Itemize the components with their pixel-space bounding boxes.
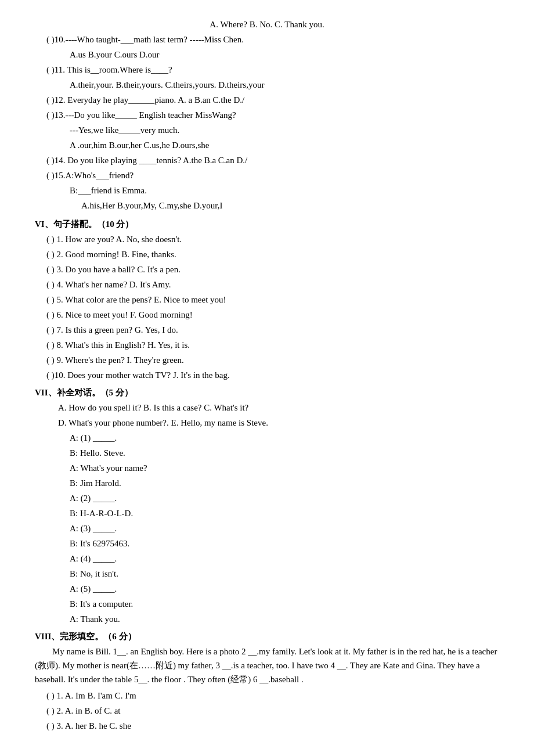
answer-where-text: A. Where? B. No. C. Thank you. xyxy=(210,20,324,29)
q15-text: ( )15.A:Who's___friend? xyxy=(46,171,134,180)
q13-ans-line: A .our,him B.our,her C.us,he D.ours,she xyxy=(35,138,499,152)
sec6-item-6: ( ) 6. Nice to meet you! F. Good morning… xyxy=(35,308,499,322)
q11-text: ( )11. This is__room.Where is____? xyxy=(46,65,172,74)
sec7-dialogue-line-10: B: No, it isn't. xyxy=(35,567,499,581)
sec8-q1-text: ( ) 1. A. Im B. I'am C. I'm xyxy=(46,691,136,700)
q13-line: ( )13.---Do you like_____ English teache… xyxy=(35,108,499,122)
q13-b-text: ---Yes,we like_____very much. xyxy=(70,125,179,135)
sec7-dialogue-line-11: A: (5) _____. xyxy=(35,582,499,596)
q15-line: ( )15.A:Who's___friend? xyxy=(35,168,499,182)
sec7-dialogue-line-5: A: (2) _____. xyxy=(35,491,499,505)
sec7-dialogue-line-6: B: H-A-R-O-L-D. xyxy=(35,506,499,520)
q15-ans-line: A.his,Her B.your,My, C.my,she D.your,I xyxy=(35,199,499,213)
q13-b-line: ---Yes,we like_____very much. xyxy=(35,123,499,137)
sec6-items: ( ) 1. How are you? A. No, she doesn't.(… xyxy=(35,232,499,382)
sec8-q1-line: ( ) 1. A. Im B. I'am C. I'm xyxy=(35,689,499,703)
sec7-dialogue-line-8: B: It's 62975463. xyxy=(35,537,499,550)
sec7-options-line1: A. How do you spell it? B. Is this a cas… xyxy=(35,401,499,415)
q13-text: ( )13.---Do you like_____ English teache… xyxy=(46,110,236,120)
sec7-options-line2: D. What's your phone number?. E. Hello, … xyxy=(35,416,499,430)
answer-where-line: A. Where? B. No. C. Thank you. xyxy=(35,17,499,31)
sec7-options-text1: A. How do you spell it? B. Is this a cas… xyxy=(58,403,248,412)
sec7-dialogue-line-7: A: (3) _____. xyxy=(35,521,499,535)
sec7-dialogue-line-2: B: Hello. Steve. xyxy=(35,446,499,460)
sec7-dialogue: A: (1) _____. B: Hello. Steve.A: What's … xyxy=(35,431,499,626)
sec6-item-8: ( ) 8. What's this in English? H. Yes, i… xyxy=(35,338,499,352)
sec8-q2-text: ( ) 2. A. in B. of C. at xyxy=(46,706,121,715)
sec7-dialogue-line-9: A: (4) _____. xyxy=(35,552,499,566)
exam-content: A. Where? B. No. C. Thank you. ( )10.---… xyxy=(35,17,499,733)
sec6-title: VI、句子搭配。（10 分） xyxy=(35,217,499,231)
q11-ans-line: A.their,your. B.their,yours. C.theirs,yo… xyxy=(35,78,499,92)
q12-line: ( )12. Everyday he play______piano. A. a… xyxy=(35,93,499,107)
q10-line: ( )10.----Who taught-___math last term? … xyxy=(35,33,499,46)
q14-line: ( )14. Do you like playing ____tennis? A… xyxy=(35,153,499,167)
q10-ans-line: A.us B.your C.ours D.our xyxy=(35,48,499,62)
sec6-item-9: ( ) 9. Where's the pen? I. They're green… xyxy=(35,353,499,367)
q12-text: ( )12. Everyday he play______piano. A. a… xyxy=(46,95,244,105)
sec7-dialogue-line-12: B: It's a computer. xyxy=(35,597,499,611)
sec6-item-5: ( ) 5. What color are the pens? E. Nice … xyxy=(35,293,499,307)
sec8-para-text: My name is Bill. 1__. an English boy. He… xyxy=(35,647,497,684)
sec6-item-7: ( ) 7. Is this a green pen? G. Yes, I do… xyxy=(35,323,499,337)
q11-line: ( )11. This is__room.Where is____? xyxy=(35,63,499,77)
q15-b-text: B:___friend is Emma. xyxy=(70,186,147,195)
q15-b-line: B:___friend is Emma. xyxy=(35,183,499,197)
sec8-q3-line: ( ) 3. A. her B. he C. she xyxy=(35,719,499,733)
q10-ans-text: A.us B.your C.ours D.our xyxy=(70,50,160,59)
sec7-dialogue-line-1: A: (1) _____. xyxy=(35,431,499,445)
sec6-item-10: ( )10. Does your mother watch TV? J. It'… xyxy=(35,368,499,382)
q11-ans-text: A.their,your. B.their,yours. C.theirs,yo… xyxy=(70,80,264,89)
q13-ans-text: A .our,him B.our,her C.us,he D.ours,she xyxy=(70,141,209,150)
sec6-item-1: ( ) 1. How are you? A. No, she doesn't. xyxy=(35,232,499,246)
sec8-title: VIII、完形填空。（6 分） xyxy=(35,629,499,643)
q10-text: ( )10.----Who taught-___math last term? … xyxy=(46,35,244,44)
sec8-q3-text: ( ) 3. A. her B. he C. she xyxy=(46,721,131,730)
q15-ans-text: A.his,Her B.your,My, C.my,she D.your,I xyxy=(81,201,223,210)
sec8-q2-line: ( ) 2. A. in B. of C. at xyxy=(35,704,499,718)
sec7-dialogue-line-3: A: What's your name? xyxy=(35,461,499,475)
sec7-title: VII、补全对话。（5 分） xyxy=(35,386,499,399)
sec6-item-2: ( ) 2. Good morning! B. Fine, thanks. xyxy=(35,247,499,261)
sec6-item-4: ( ) 4. What's her name? D. It's Amy. xyxy=(35,278,499,291)
sec7-dialogue-line-13: A: Thank you. xyxy=(35,612,499,626)
sec7-dialogue-line-4: B: Jim Harold. xyxy=(35,476,499,490)
sec7-options-text2: D. What's your phone number?. E. Hello, … xyxy=(58,418,268,427)
sec8-paragraph: My name is Bill. 1__. an English boy. He… xyxy=(35,645,499,686)
q14-text: ( )14. Do you like playing ____tennis? A… xyxy=(46,156,247,165)
sec6-item-3: ( ) 3. Do you have a ball? C. It's a pen… xyxy=(35,262,499,276)
